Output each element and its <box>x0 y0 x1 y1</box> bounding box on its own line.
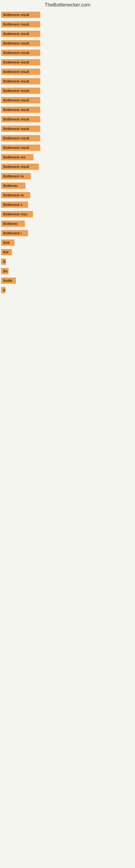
bottleneck-item: Bottleneck re <box>1 173 31 179</box>
bottleneck-item: B <box>1 258 6 265</box>
bottleneck-list: Bottleneck resultBottleneck resultBottle… <box>0 9 135 296</box>
bottleneck-item: Bottleneck result <box>1 106 40 113</box>
bottleneck-item: Bottleneck result <box>1 88 40 94</box>
bottleneck-item: Bottleneck result <box>1 145 40 151</box>
bottleneck-item: Bottleneck r <box>1 230 28 236</box>
bottleneck-item: Bottleneck result <box>1 12 40 18</box>
bottleneck-item: Bo <box>1 268 9 274</box>
bottleneck-item: Bottleneck result <box>1 50 40 56</box>
bottleneck-item: Bottleneck result <box>1 21 40 27</box>
bottleneck-item: Bottleneck res <box>1 154 34 160</box>
bottleneck-item: Bottle <box>1 278 16 284</box>
bottleneck-item: Bottleneck result <box>1 59 40 65</box>
bottleneck-item: Bott <box>1 240 14 246</box>
bottleneck-item: Bottleneck result <box>1 31 40 37</box>
bottleneck-item: Bottleneck result <box>1 135 40 141</box>
bottleneck-item: Bottleneck result <box>1 69 40 75</box>
bottleneck-item: Bottleneck result <box>1 126 40 132</box>
bottleneck-item: Bot <box>1 249 12 255</box>
bottleneck-item: Bottleneck result <box>1 116 40 122</box>
site-title-bar: TheBottlenecker.com <box>0 0 135 9</box>
bottleneck-item: Bottleneck result <box>1 78 40 84</box>
bottleneck-item: Bottleneck s <box>1 202 28 208</box>
bottleneck-item: Bottleneck result <box>1 40 40 46</box>
bottleneck-item: Bottlenec <box>1 220 25 227</box>
bottleneck-item: Bottleneck result <box>1 97 40 103</box>
site-title: TheBottlenecker.com <box>0 0 135 9</box>
bottleneck-item: Bottlenec <box>1 183 26 189</box>
bottleneck-item: B <box>1 287 5 293</box>
bottleneck-item: Bottleneck result <box>1 163 39 170</box>
bottleneck-item: Bottleneck resu <box>1 211 33 217</box>
bottleneck-item: Bottleneck re <box>1 192 30 198</box>
